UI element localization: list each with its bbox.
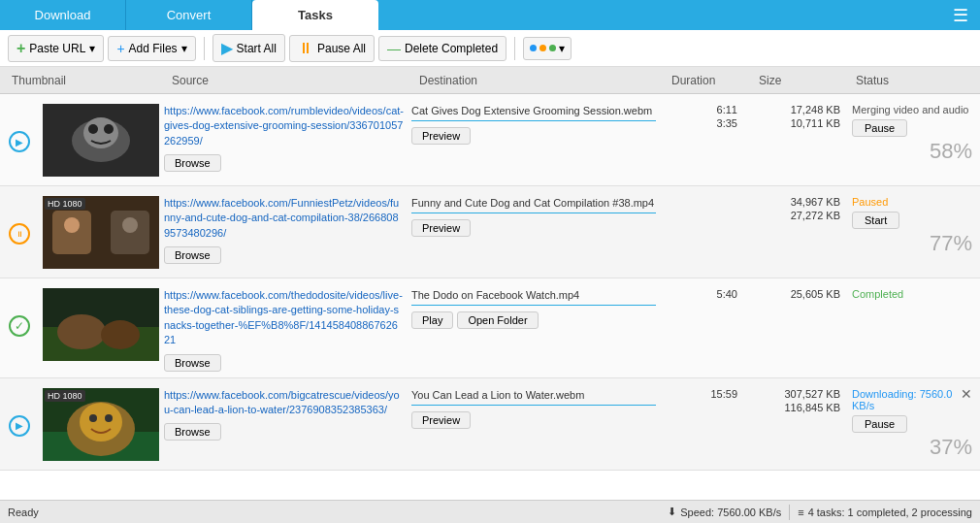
task-thumbnail-cell: HD 1080 bbox=[39, 386, 160, 466]
dot-orange bbox=[539, 45, 546, 51]
pause-all-button[interactable]: ⏸ Pause All bbox=[289, 35, 375, 62]
duration-1: 15:59 bbox=[664, 388, 737, 400]
play-icon[interactable]: ▶ bbox=[9, 415, 30, 437]
tab-tasks[interactable]: Tasks bbox=[252, 0, 378, 30]
pause-button[interactable]: Pause bbox=[852, 415, 907, 433]
close-button[interactable]: ✕ bbox=[961, 386, 972, 402]
paste-url-button[interactable]: + Paste URL ▾ bbox=[8, 35, 104, 62]
dot-green bbox=[549, 45, 556, 51]
status-text: Completed bbox=[852, 288, 972, 300]
task-status-cell: ✕ Downloading: 7560.0 KB/s Pause 37% bbox=[844, 386, 980, 462]
tab-convert[interactable]: Convert bbox=[126, 0, 252, 30]
play-button[interactable]: Play bbox=[411, 311, 453, 329]
status-bar: Ready ⬇ Speed: 7560.00 KB/s ≡ 4 tasks: 1… bbox=[0, 500, 980, 523]
plus-icon: + bbox=[16, 40, 25, 57]
table-header: Thumbnail Source Destination Duration Si… bbox=[0, 67, 980, 94]
destination-name: Cat Gives Dog Extensive Grooming Session… bbox=[411, 104, 656, 121]
size-1: 34,967 KB bbox=[751, 196, 840, 208]
task-destination-cell: You Can Lead a Lion to Water.webm Previe… bbox=[408, 386, 660, 431]
task-row: ▶ HD 1080 https://www.facebook.com/bigca… bbox=[0, 378, 980, 471]
speed-icon: ⬇ bbox=[668, 506, 676, 518]
task-duration-cell bbox=[660, 194, 747, 198]
open-folder-button[interactable]: Open Folder bbox=[457, 311, 538, 329]
svg-point-3 bbox=[88, 124, 98, 134]
start-all-icon: ▶ bbox=[221, 39, 233, 57]
status-text: Merging video and audio bbox=[852, 104, 972, 115]
hd-badge: HD 1080 bbox=[45, 390, 85, 402]
size-2: 116,845 KB bbox=[751, 402, 840, 413]
preview-button[interactable]: Preview bbox=[411, 411, 471, 429]
status-separator bbox=[789, 505, 790, 520]
start-all-button[interactable]: ▶ Start All bbox=[212, 34, 285, 62]
source-url: https://www.facebook.com/thedodosite/vid… bbox=[164, 288, 404, 348]
preview-button[interactable]: Preview bbox=[411, 219, 471, 237]
th-destination: Destination bbox=[415, 74, 668, 87]
check-icon[interactable]: ✓ bbox=[9, 315, 30, 337]
separator-1 bbox=[204, 37, 205, 60]
browse-button[interactable]: Browse bbox=[164, 354, 221, 372]
source-url: https://www.facebook.com/rumblevideo/vid… bbox=[164, 104, 404, 148]
dot-blue bbox=[530, 45, 537, 51]
source-url: https://www.facebook.com/bigcatrescue/vi… bbox=[164, 388, 404, 418]
task-destination-cell: Funny and Cute Dog and Cat Compilation #… bbox=[408, 194, 660, 239]
start-button[interactable]: Start bbox=[852, 212, 899, 229]
destination-actions: Preview bbox=[411, 127, 656, 145]
svg-point-13 bbox=[101, 320, 140, 349]
task-status-icon: ✓ bbox=[0, 286, 39, 337]
pause-button[interactable]: Pause bbox=[852, 119, 907, 137]
th-size: Size bbox=[755, 74, 852, 87]
browse-button[interactable]: Browse bbox=[164, 423, 221, 441]
progress-percent: 58% bbox=[852, 139, 972, 164]
hamburger-menu[interactable]: ☰ bbox=[941, 0, 980, 30]
status-tasks: ≡ 4 tasks: 1 completed, 2 processing bbox=[798, 507, 972, 518]
duration-1: 5:40 bbox=[664, 288, 737, 300]
task-thumbnail-cell bbox=[39, 286, 160, 366]
tasks-text: 4 tasks: 1 completed, 2 processing bbox=[808, 507, 972, 518]
browse-button[interactable]: Browse bbox=[164, 246, 221, 264]
task-status-cell: Paused Start 77% bbox=[844, 194, 980, 258]
task-source-cell: https://www.facebook.com/FunniestPetz/vi… bbox=[160, 194, 408, 266]
tasks-icon: ≡ bbox=[798, 507, 803, 518]
destination-actions: Preview bbox=[411, 411, 656, 429]
status-text: Downloading: 7560.0 KB/s bbox=[852, 388, 972, 411]
svg-point-4 bbox=[104, 124, 114, 134]
dots-dropdown-icon: ▾ bbox=[559, 42, 565, 55]
size-1: 25,605 KB bbox=[751, 288, 840, 300]
task-status-icon: ▶ bbox=[0, 386, 39, 437]
task-row: ⏸ HD 1080 https://www.facebook.com/Funni… bbox=[0, 186, 980, 278]
destination-name: You Can Lead a Lion to Water.webm bbox=[411, 388, 656, 406]
svg-point-12 bbox=[57, 314, 106, 349]
size-1: 307,527 KB bbox=[751, 388, 840, 400]
task-thumbnail-cell: HD 1080 bbox=[39, 194, 160, 274]
more-options-button[interactable]: ▾ bbox=[523, 37, 572, 60]
task-size-cell: 25,605 KB bbox=[747, 286, 844, 304]
task-destination-cell: Cat Gives Dog Extensive Grooming Session… bbox=[408, 102, 660, 147]
thumbnail bbox=[43, 288, 159, 361]
task-source-cell: https://www.facebook.com/bigcatrescue/vi… bbox=[160, 386, 408, 443]
th-source: Source bbox=[168, 74, 415, 87]
duration-1: 6:11 bbox=[664, 104, 737, 115]
delete-completed-icon: — bbox=[387, 41, 401, 56]
hamburger-icon: ☰ bbox=[953, 5, 968, 26]
paste-url-dropdown-icon: ▾ bbox=[89, 42, 95, 55]
browse-button[interactable]: Browse bbox=[164, 154, 221, 172]
add-files-button[interactable]: + Add Files ▾ bbox=[108, 36, 195, 61]
task-duration-cell: 5:40 bbox=[660, 286, 747, 304]
task-destination-cell: The Dodo on Facebook Watch.mp4 PlayOpen … bbox=[408, 286, 660, 331]
task-status-cell: Merging video and audio Pause 58% bbox=[844, 102, 980, 166]
play-icon[interactable]: ▶ bbox=[9, 131, 30, 152]
thumbnail: HD 1080 bbox=[43, 196, 159, 269]
delete-completed-button[interactable]: — Delete Completed bbox=[378, 36, 506, 61]
source-url: https://www.facebook.com/FunniestPetz/vi… bbox=[164, 196, 404, 241]
task-row: ▶ https://www.facebook.com/rumblevideo/v… bbox=[0, 94, 980, 186]
tasks-container: ▶ https://www.facebook.com/rumblevideo/v… bbox=[0, 94, 980, 500]
status-speed: ⬇ Speed: 7560.00 KB/s bbox=[668, 506, 781, 518]
ready-status: Ready bbox=[8, 507, 39, 518]
task-source-cell: https://www.facebook.com/thedodosite/vid… bbox=[160, 286, 408, 374]
pause-icon[interactable]: ⏸ bbox=[9, 223, 30, 245]
tab-download[interactable]: Download bbox=[0, 0, 126, 30]
task-source-cell: https://www.facebook.com/rumblevideo/vid… bbox=[160, 102, 408, 174]
svg-point-17 bbox=[80, 403, 122, 441]
preview-button[interactable]: Preview bbox=[411, 127, 471, 145]
svg-point-19 bbox=[105, 414, 113, 422]
